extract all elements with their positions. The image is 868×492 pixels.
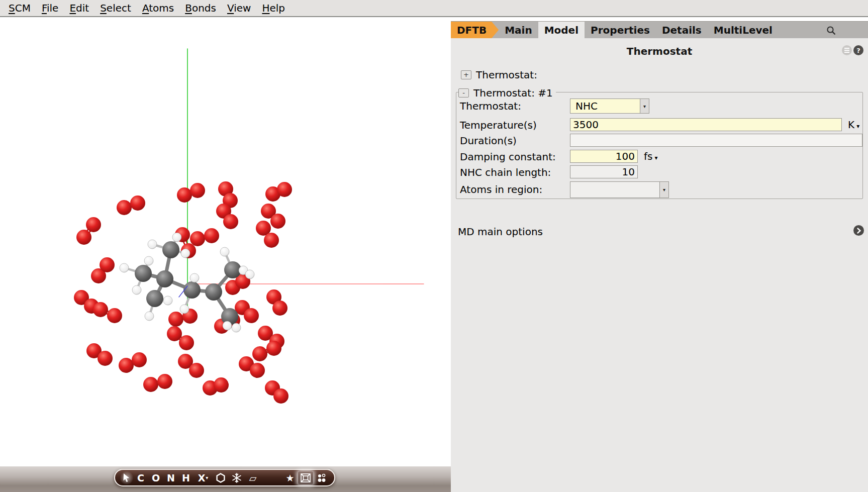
damping-unit-selector[interactable]: fs▾	[644, 150, 658, 163]
tab-multilevel[interactable]: MultiLevel	[708, 22, 779, 38]
menu-view[interactable]: View	[222, 2, 256, 14]
menu-atoms[interactable]: Atoms	[137, 2, 179, 14]
element-c-button[interactable]: C	[133, 471, 148, 485]
chevron-down-icon: ▾	[654, 154, 657, 161]
viewer-toolbar: C O N H X▾ ▱ ★	[114, 469, 335, 486]
tab-dftb[interactable]: DFTB	[451, 22, 499, 38]
atoms-dots-icon	[316, 472, 327, 483]
fragments-button[interactable]	[313, 471, 329, 485]
menu-file[interactable]: File	[36, 2, 64, 14]
plane-tool-button[interactable]: ▱	[245, 471, 261, 485]
temperature-input[interactable]	[570, 118, 842, 131]
element-o-button[interactable]: O	[148, 471, 163, 485]
menu-help[interactable]: Help	[256, 2, 291, 14]
molecule-viewport[interactable]: C O N H X▾ ▱ ★	[0, 18, 451, 492]
tab-bar: DFTB Main Model Properties Details Multi…	[451, 21, 868, 38]
element-n-button[interactable]: N	[163, 471, 178, 485]
thermostat-select[interactable]: NHC ▾	[570, 99, 649, 114]
duration-input[interactable]	[570, 134, 862, 147]
tab-details[interactable]: Details	[656, 22, 708, 38]
select-cursor-tool[interactable]	[120, 471, 133, 485]
snowflake-icon	[232, 473, 242, 483]
menu-bonds[interactable]: Bonds	[179, 2, 222, 14]
search-icon	[826, 25, 837, 36]
settings-panel: DFTB Main Model Properties Details Multi…	[451, 18, 868, 492]
freeze-tool-button[interactable]	[229, 471, 245, 485]
thermostat-label: Thermostat:	[460, 99, 521, 113]
frame-icon	[300, 473, 311, 483]
page-title: Thermostat	[451, 45, 868, 57]
chevron-down-icon: ▾	[856, 123, 859, 130]
thermostat-select-value: NHC	[570, 100, 640, 112]
damping-label: Damping constant:	[460, 150, 556, 164]
search-button[interactable]	[826, 25, 837, 36]
temperature-unit-selector[interactable]: K▾	[848, 118, 859, 131]
element-x-button[interactable]: X▾	[194, 471, 213, 485]
element-x-dropdown-icon: ▾	[206, 475, 208, 480]
panel-menu-button[interactable]	[842, 45, 852, 55]
atoms-region-select[interactable]: ▾	[570, 181, 669, 198]
menu-select[interactable]: Select	[94, 2, 137, 14]
temperature-label: Temperature(s)	[460, 118, 537, 132]
thermostat-group: - Thermostat: #1 Thermostat: NHC ▾ Tempe…	[456, 92, 863, 199]
duration-label: Duration(s)	[460, 134, 517, 148]
chevron-down-icon[interactable]: ▾	[640, 99, 649, 113]
tab-properties[interactable]: Properties	[585, 22, 656, 38]
hexagon-icon	[216, 473, 226, 483]
add-thermostat-label: Thermostat:	[476, 69, 537, 81]
md-main-options-link[interactable]: MD main options	[458, 226, 543, 238]
thermostat-add-row: + Thermostat:	[461, 69, 537, 81]
add-thermostat-button[interactable]: +	[461, 70, 471, 79]
tab-main[interactable]: Main	[499, 22, 538, 38]
help-button[interactable]: ?	[853, 45, 863, 55]
thermostat-group-title: Thermostat: #1	[473, 87, 553, 99]
md-main-options-button[interactable]	[853, 225, 864, 236]
favorites-button[interactable]: ★	[282, 471, 298, 485]
molecule-scene[interactable]	[0, 18, 451, 466]
damping-constant-input[interactable]	[570, 150, 638, 163]
menu-scm[interactable]: SCM	[3, 2, 36, 14]
chain-length-label: NHC chain length:	[460, 165, 551, 179]
nhc-chain-length-input[interactable]	[570, 165, 638, 178]
tab-model[interactable]: Model	[538, 22, 585, 38]
chevron-right-icon	[856, 227, 862, 234]
menu-edit[interactable]: Edit	[64, 2, 94, 14]
cursor-icon	[122, 473, 131, 482]
ring-tool-button[interactable]	[213, 471, 229, 485]
perspective-frame-button[interactable]	[298, 471, 313, 484]
menu-bar: SCM File Edit Select Atoms Bonds View He…	[0, 0, 868, 17]
chevron-down-icon[interactable]: ▾	[659, 182, 668, 198]
thermostat-group-legend: - Thermostat: #1	[458, 87, 556, 99]
element-h-button[interactable]: H	[178, 471, 194, 485]
collapse-thermostat-button[interactable]: -	[458, 88, 469, 97]
region-label: Atoms in region:	[460, 182, 542, 196]
